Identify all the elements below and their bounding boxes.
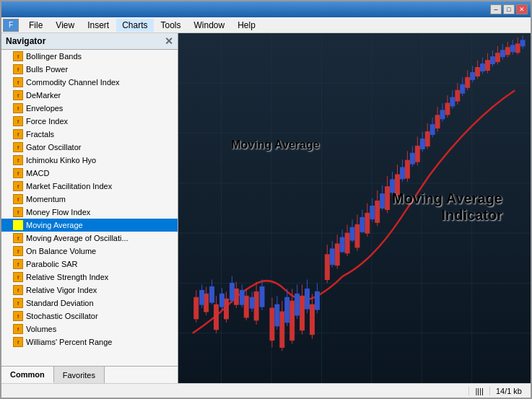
navigator-header: Navigator ✕ (1, 33, 178, 50)
nav-item-8[interactable]: fIchimoku Kinko Hyo (1, 154, 178, 167)
nav-item-19[interactable]: fStandard Deviation (1, 297, 178, 310)
navigator-list[interactable]: fBollinger BandsfBulls PowerfCommodity C… (1, 50, 178, 366)
nav-item-icon-19: f (13, 298, 23, 308)
nav-item-22[interactable]: fWilliams' Percent Range (1, 336, 178, 348)
nav-item-12[interactable]: fMoney Flow Index (1, 206, 178, 219)
nav-item-label-7: Gator Oscillator (26, 143, 81, 152)
nav-item-icon-4: f (13, 103, 23, 113)
nav-item-label-8: Ichimoku Kinko Hyo (26, 156, 96, 165)
app-icon: F (3, 19, 19, 32)
nav-item-label-0: Bollinger Bands (26, 52, 82, 61)
menu-file[interactable]: File (23, 19, 48, 32)
nav-item-10[interactable]: fMarket Facilitation Index (1, 180, 178, 193)
nav-item-icon-17: f (13, 272, 23, 282)
nav-item-label-14: Moving Average of Oscillati... (26, 234, 128, 242)
nav-item-label-2: Commodity Channel Index (26, 78, 120, 87)
nav-item-label-21: Volumes (26, 325, 56, 333)
chart-indicator-label: Moving Average Indicator (392, 190, 502, 224)
nav-item-label-10: Market Facilitation Index (26, 182, 112, 190)
nav-item-icon-18: f (13, 285, 23, 295)
nav-item-11[interactable]: fMomentum (1, 193, 178, 206)
nav-item-icon-13: f (13, 220, 23, 230)
chart-area[interactable]: Moving Average Moving Average Indicator (178, 33, 531, 383)
nav-item-label-4: Envelopes (26, 104, 63, 113)
nav-item-icon-0: f (13, 51, 23, 61)
nav-item-4[interactable]: fEnvelopes (1, 102, 178, 115)
menu-tools[interactable]: Tools (155, 19, 187, 32)
nav-item-icon-3: f (13, 90, 23, 100)
nav-item-icon-10: f (13, 181, 23, 191)
title-bar-buttons: – □ ✕ (490, 4, 528, 14)
nav-item-icon-6: f (13, 129, 23, 139)
nav-item-5[interactable]: fForce Index (1, 115, 178, 128)
navigator-title: Navigator (6, 36, 45, 46)
nav-item-1[interactable]: fBulls Power (1, 63, 178, 76)
nav-item-2[interactable]: fCommodity Channel Index (1, 76, 178, 89)
tab-common[interactable]: Common (1, 367, 54, 383)
nav-item-label-9: MACD (26, 169, 49, 177)
nav-item-14[interactable]: fMoving Average of Oscillati... (1, 232, 178, 245)
nav-item-9[interactable]: fMACD (1, 167, 178, 180)
maximize-button[interactable]: □ (503, 4, 515, 14)
nav-item-label-3: DeMarker (26, 91, 61, 100)
nav-item-label-22: Williams' Percent Range (26, 338, 112, 346)
nav-item-0[interactable]: fBollinger Bands (1, 50, 178, 63)
nav-item-label-17: Relative Strength Index (26, 273, 108, 281)
nav-item-label-13: Moving Average (26, 221, 83, 229)
chart-moving-average-label: Moving Average (231, 139, 319, 152)
nav-item-label-12: Money Flow Index (26, 208, 90, 216)
minimize-button[interactable]: – (490, 4, 502, 14)
nav-item-icon-11: f (13, 194, 23, 204)
nav-item-3[interactable]: fDeMarker (1, 89, 178, 102)
nav-item-16[interactable]: fParabolic SAR (1, 258, 178, 271)
nav-item-13[interactable]: fMoving Average (1, 219, 178, 232)
nav-item-icon-7: f (13, 142, 23, 152)
nav-item-17[interactable]: fRelative Strength Index (1, 271, 178, 284)
nav-item-label-1: Bulls Power (26, 65, 68, 74)
nav-item-label-15: On Balance Volume (26, 247, 96, 255)
navigator-panel: Navigator ✕ fBollinger BandsfBulls Power… (1, 33, 178, 383)
status-bars-icon: |||| (468, 387, 489, 395)
nav-item-18[interactable]: fRelative Vigor Index (1, 284, 178, 297)
nav-item-label-16: Parabolic SAR (26, 260, 78, 268)
menu-window[interactable]: Window (188, 19, 231, 32)
nav-item-label-5: Force Index (26, 117, 68, 126)
menu-insert[interactable]: Insert (82, 19, 115, 32)
menu-charts[interactable]: Charts (116, 19, 153, 32)
nav-item-icon-14: f (13, 233, 23, 243)
nav-item-icon-22: f (13, 337, 23, 347)
status-bar: |||| 14/1 kb (1, 383, 531, 398)
nav-item-icon-5: f (13, 116, 23, 126)
main-content: Navigator ✕ fBollinger BandsfBulls Power… (1, 33, 531, 383)
nav-item-icon-8: f (13, 155, 23, 165)
navigator-tabs: Common Favorites (1, 366, 178, 383)
nav-item-label-19: Standard Deviation (26, 299, 94, 307)
nav-item-6[interactable]: fFractals (1, 128, 178, 141)
nav-item-20[interactable]: fStochastic Oscillator (1, 310, 178, 323)
menu-help[interactable]: Help (232, 19, 261, 32)
close-button[interactable]: ✕ (516, 4, 528, 14)
main-window: – □ ✕ F File View Insert Charts Tools Wi… (0, 0, 532, 399)
status-size: 14/1 kb (489, 387, 528, 395)
nav-item-icon-1: f (13, 64, 23, 74)
nav-item-icon-21: f (13, 324, 23, 334)
nav-item-label-20: Stochastic Oscillator (26, 312, 98, 320)
tab-favorites[interactable]: Favorites (54, 367, 105, 383)
nav-item-icon-15: f (13, 246, 23, 256)
nav-item-21[interactable]: fVolumes (1, 323, 178, 336)
nav-item-icon-20: f (13, 311, 23, 321)
nav-item-7[interactable]: fGator Oscillator (1, 141, 178, 154)
nav-item-icon-9: f (13, 168, 23, 178)
nav-item-icon-2: f (13, 77, 23, 87)
nav-item-label-11: Momentum (26, 195, 66, 203)
menu-view[interactable]: View (50, 19, 80, 32)
nav-item-15[interactable]: fOn Balance Volume (1, 245, 178, 258)
title-bar: – □ ✕ (1, 1, 531, 17)
nav-item-icon-12: f (13, 207, 23, 217)
nav-item-label-18: Relative Vigor Index (26, 286, 97, 294)
menu-bar: F File View Insert Charts Tools Window H… (1, 17, 531, 33)
navigator-close-button[interactable]: ✕ (165, 35, 173, 47)
nav-item-icon-16: f (13, 259, 23, 269)
nav-item-label-6: Fractals (26, 130, 54, 139)
